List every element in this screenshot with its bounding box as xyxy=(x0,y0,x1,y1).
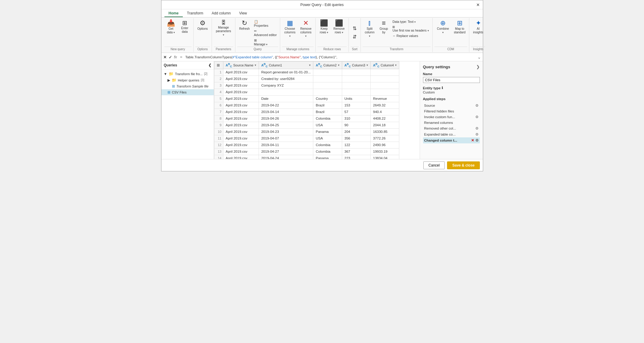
choose-columns-button[interactable]: ▦ Choosecolumns ▾ xyxy=(282,19,297,39)
step-item-removed_other[interactable]: Removed other col...⚙ xyxy=(423,125,480,131)
properties-button[interactable]: 📋 Properties xyxy=(253,19,278,28)
bottom-bar: Cancel Save & close xyxy=(161,159,483,171)
name-label: Name xyxy=(423,72,480,76)
cell-col3: 204 xyxy=(342,128,370,135)
step-gear-icon[interactable]: ⚙ xyxy=(475,115,479,119)
keep-rows-button[interactable]: ⬛ Keeprows ▾ xyxy=(317,19,331,35)
manage-button[interactable]: ⊞ Manage ▾ xyxy=(253,38,278,47)
cell-source-name: April 2019.csv xyxy=(223,115,259,122)
step-item-source[interactable]: Source⚙ xyxy=(423,103,480,109)
col-filter-icon[interactable]: ▾ xyxy=(338,63,339,67)
query-item-csv-files[interactable]: ⊞ CSV Files xyxy=(161,89,214,95)
cell-col1: 2019-04-26 xyxy=(259,115,313,122)
map-to-standard-button[interactable]: ⊞ Map tostandard xyxy=(452,19,467,35)
enter-data-button[interactable]: ⊞ Enterdata xyxy=(178,19,192,35)
cell-col1: Created by: user9284 xyxy=(259,75,313,82)
col-filter-icon[interactable]: ▾ xyxy=(366,63,368,67)
formula-input[interactable]: Table.TransformColumnTypes(#"Expanded ta… xyxy=(185,55,475,59)
replace-values-button[interactable]: ↔ Replace values xyxy=(391,33,430,38)
step-delete-icon[interactable]: ✕ xyxy=(471,138,474,142)
cell-col3 xyxy=(342,75,370,82)
col-header-source-name[interactable]: ABC Source.Name ▾ xyxy=(223,62,259,69)
options-button[interactable]: ⚙ Options xyxy=(195,19,210,32)
formula-bar: ✕ ✓ fx = Table.TransformColumnTypes(#"Ex… xyxy=(161,53,483,61)
col-header-column2[interactable]: ABC Column2 ▾ xyxy=(313,62,342,69)
tab-transform[interactable]: Transform xyxy=(183,9,207,17)
queries-collapse-icon[interactable]: ❮ xyxy=(208,63,211,67)
formula-eq-label: = xyxy=(180,55,182,59)
remove-columns-button[interactable]: ✕ Removecolumns ▾ xyxy=(298,19,314,39)
split-column-button[interactable]: ⫿ Splitcolumn ▾ xyxy=(363,19,376,39)
cell-col4: 13834.04 xyxy=(370,155,399,159)
close-button[interactable]: ✕ xyxy=(476,2,480,7)
step-gear-icon[interactable]: ⚙ xyxy=(475,132,479,136)
col-filter-icon[interactable]: ▾ xyxy=(309,63,311,67)
table-row: 9 April 2019.csv 2019-04-25 USA 90 2044.… xyxy=(214,122,399,128)
cell-col3: 356 xyxy=(342,135,370,142)
group-by-button[interactable]: ≡ Groupby xyxy=(377,19,390,35)
step-item-filtered_hidden[interactable]: Filtered hidden files xyxy=(423,109,480,114)
combine-button[interactable]: ⊕ Combine ▾ xyxy=(434,19,452,35)
step-item-invoke_custom[interactable]: Invoke custom fun...⚙ xyxy=(423,114,480,120)
query-item-transform-file[interactable]: ▼ 📁 Transform file fro... [2] xyxy=(161,71,214,77)
manage-parameters-button[interactable]: 🎛 Manageparameters ▾ xyxy=(214,19,233,38)
col-header-column4[interactable]: ABC Column4 ▾ xyxy=(370,62,399,69)
refresh-button[interactable]: ↻ Refresh xyxy=(237,19,252,32)
step-label: Source xyxy=(424,104,435,107)
step-item-renamed_cols[interactable]: Renamed columns xyxy=(423,120,480,125)
col-header-column3[interactable]: ABC Column3 ▾ xyxy=(342,62,370,69)
tab-add-column[interactable]: Add column xyxy=(207,9,235,17)
row-number: 10 xyxy=(214,128,223,135)
query-item-helper-queries[interactable]: ▶ 📁 Helper queries [3] xyxy=(161,77,214,83)
query-label: Query xyxy=(237,47,278,51)
data-type-button[interactable]: Data type: Text ▾ xyxy=(391,19,430,24)
col-header-column1[interactable]: ABC Column1 ▾ xyxy=(259,62,313,69)
col-filter-icon[interactable]: ▾ xyxy=(255,63,256,67)
remove-rows-button[interactable]: ⬛ Removerows ▾ xyxy=(331,19,347,35)
ribbon-group-reduce-rows: ⬛ Keeprows ▾ ⬛ Removerows ▾ Reduce rows xyxy=(316,18,349,52)
entity-type-label: Entity type xyxy=(423,86,441,90)
sort-label: Sort xyxy=(351,47,359,51)
cell-col4 xyxy=(370,75,399,82)
tab-home[interactable]: Home xyxy=(164,9,183,17)
step-gear-icon[interactable]: ⚙ xyxy=(475,103,479,108)
cancel-button[interactable]: Cancel xyxy=(423,161,445,169)
query-item-label: Transform file fro... xyxy=(175,72,203,76)
step-item-changed_col_type[interactable]: Changed column t...✕⚙ xyxy=(423,137,480,143)
query-settings-expand-icon[interactable]: ❯ xyxy=(476,64,480,69)
tab-view[interactable]: View xyxy=(235,9,251,17)
properties-icon: 📋 xyxy=(254,20,258,24)
col-filter-icon[interactable]: ▾ xyxy=(395,63,397,67)
step-gear-icon[interactable]: ⚙ xyxy=(475,126,479,130)
query-item-badge: [2] xyxy=(204,72,207,75)
name-input[interactable] xyxy=(423,77,480,83)
formula-check-icon[interactable]: ✓ xyxy=(169,55,172,60)
save-close-button[interactable]: Save & close xyxy=(447,161,480,169)
col-header-rownum: ⊞ xyxy=(214,62,223,69)
cell-col1: Date xyxy=(259,95,313,102)
ribbon: 📥 Getdata ▾ ⊞ Enterdata New query ⚙ Opti… xyxy=(161,17,483,53)
step-item-expanded_table[interactable]: Expanded table co...⚙ xyxy=(423,131,480,137)
sort-desc-button[interactable]: ⇵ xyxy=(351,33,359,41)
cell-col1: Report generated on 01-01-20... xyxy=(259,69,313,75)
grid-select-all-icon[interactable]: ⊞ xyxy=(217,63,220,67)
cell-col2: Country xyxy=(313,95,342,102)
query-item-transform-sample[interactable]: ⊞ Transform Sample file xyxy=(161,83,214,89)
advanced-editor-button[interactable]: ✏ Advanced editor xyxy=(253,29,278,37)
ribbon-group-transform: ⫿ Splitcolumn ▾ ≡ Groupby Data type: Tex… xyxy=(361,18,432,52)
cell-source-name: April 2019.csv xyxy=(223,148,259,155)
formula-expand-icon[interactable]: ⌄ xyxy=(477,55,481,60)
get-data-icon: 📥 xyxy=(167,20,175,26)
get-data-button[interactable]: 📥 Getdata ▾ xyxy=(164,19,178,35)
sort-asc-button[interactable]: ⇅ xyxy=(351,24,359,32)
formula-delete-icon[interactable]: ✕ xyxy=(163,55,167,60)
cell-col2: Colombia xyxy=(313,115,342,122)
use-first-row-button[interactable]: ⊞ Use first row as headers ▾ xyxy=(391,25,430,33)
cell-col4: 19933.19 xyxy=(370,148,399,155)
row-number: 2 xyxy=(214,75,223,82)
ai-insights-button[interactable]: ✦ AIinsights xyxy=(471,19,486,35)
data-grid-wrapper[interactable]: ⊞ ABC Source.Name ▾ xyxy=(214,61,420,159)
cell-col2 xyxy=(313,89,342,95)
step-gear-icon[interactable]: ⚙ xyxy=(475,138,479,142)
cell-col4 xyxy=(370,89,399,95)
